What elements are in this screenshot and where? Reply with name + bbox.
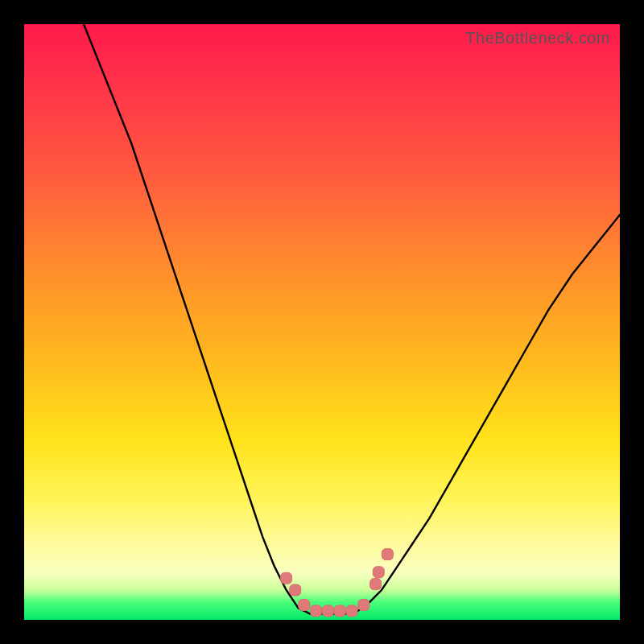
svg-rect-3 bbox=[311, 605, 322, 617]
svg-rect-1 bbox=[290, 584, 301, 596]
chart-frame: TheBottleneck.com bbox=[0, 0, 644, 644]
svg-rect-6 bbox=[346, 605, 357, 617]
svg-rect-2 bbox=[299, 600, 310, 611]
svg-rect-8 bbox=[370, 579, 382, 590]
svg-rect-7 bbox=[358, 600, 369, 611]
chart-svg bbox=[24, 24, 620, 620]
left-branch-line bbox=[84, 24, 298, 608]
svg-rect-4 bbox=[322, 605, 333, 617]
svg-rect-5 bbox=[334, 605, 345, 617]
svg-rect-9 bbox=[373, 567, 384, 578]
right-branch-line bbox=[369, 215, 620, 602]
svg-rect-0 bbox=[281, 572, 292, 584]
chart-plot-area: TheBottleneck.com bbox=[24, 24, 620, 620]
svg-rect-10 bbox=[382, 549, 393, 560]
